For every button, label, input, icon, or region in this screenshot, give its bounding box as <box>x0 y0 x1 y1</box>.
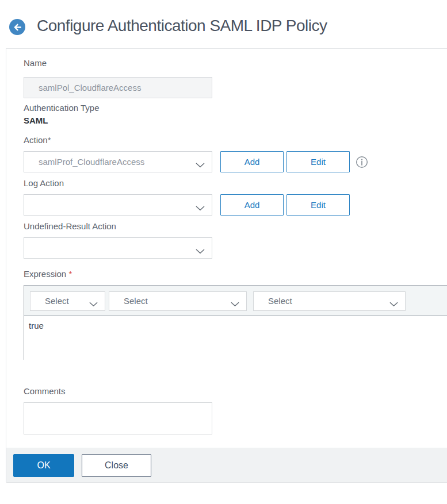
chevron-down-icon <box>196 246 205 256</box>
expression-toolbar: Select Select Select <box>24 286 447 316</box>
log-action-label: Log Action <box>24 178 64 188</box>
chevron-down-icon <box>196 203 205 213</box>
expression-select-3[interactable]: Select <box>253 291 406 311</box>
log-action-select[interactable] <box>24 194 212 216</box>
expression-select-1[interactable]: Select <box>30 291 105 311</box>
log-action-add-button[interactable]: Add <box>220 194 284 216</box>
undefined-result-action-label: Undefined-Result Action <box>24 221 116 231</box>
action-edit-button[interactable]: Edit <box>286 151 350 172</box>
form-footer: OK Close <box>6 448 447 483</box>
action-label: Action* <box>24 135 51 145</box>
page-title: Configure Authentication SAML IDP Policy <box>37 17 327 35</box>
undefined-result-action-select[interactable] <box>24 237 212 259</box>
log-action-edit-button[interactable]: Edit <box>286 194 350 216</box>
comments-input[interactable] <box>24 402 212 434</box>
authentication-type-value: SAML <box>24 116 48 125</box>
action-add-button[interactable]: Add <box>220 151 284 172</box>
authentication-type-label: Authentication Type <box>24 103 99 113</box>
form-panel: Name Authentication Type SAML Action* sa… <box>6 48 447 482</box>
info-icon[interactable] <box>356 156 368 171</box>
expression-select-2-value: Select <box>124 292 148 310</box>
expression-editor: Select Select Select <box>24 285 447 360</box>
expression-select-2[interactable]: Select <box>109 291 247 311</box>
required-asterisk: * <box>68 269 72 279</box>
name-label: Name <box>24 58 47 68</box>
name-input[interactable] <box>24 77 212 98</box>
configure-saml-idp-policy-page: Configure Authentication SAML IDP Policy… <box>0 0 447 504</box>
back-button[interactable] <box>9 19 25 35</box>
action-select[interactable]: samlProf_CloudflareAccess <box>24 151 212 172</box>
expression-select-3-value: Select <box>268 292 292 310</box>
expression-input[interactable]: true <box>24 316 447 360</box>
chevron-down-icon <box>196 160 205 170</box>
close-button[interactable]: Close <box>82 454 151 477</box>
expression-label: Expression * <box>24 269 72 279</box>
comments-label: Comments <box>24 386 66 396</box>
arrow-left-icon <box>13 22 22 32</box>
ok-button[interactable]: OK <box>13 454 74 477</box>
chevron-down-icon <box>231 299 239 309</box>
expression-select-1-value: Select <box>45 292 69 310</box>
chevron-down-icon <box>89 299 98 309</box>
chevron-down-icon <box>389 299 398 309</box>
action-select-value: samlProf_CloudflareAccess <box>39 152 144 172</box>
